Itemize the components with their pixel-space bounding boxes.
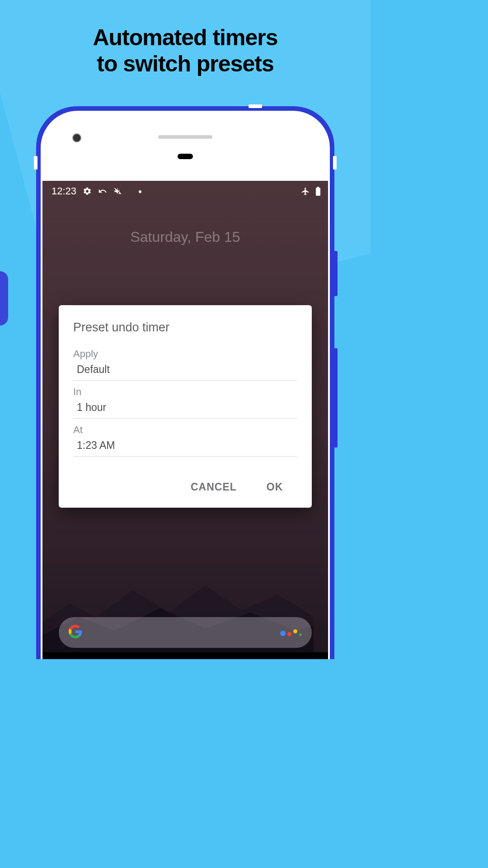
mute-icon [113, 187, 122, 196]
field-in-value[interactable]: 1 hour [73, 401, 297, 419]
gear-icon [83, 187, 92, 196]
status-bar: 12:23 [42, 181, 328, 197]
svg-rect-1 [317, 187, 319, 188]
field-at: At 1:23 AM [59, 419, 312, 457]
battery-icon [315, 187, 321, 196]
google-g-icon [69, 625, 82, 640]
phone-frame: 12:23 [36, 106, 334, 659]
dialog-actions: CANCEL OK [59, 457, 312, 504]
secondary-phone-hint [0, 271, 8, 326]
airplane-icon [301, 187, 310, 196]
phone-side-button-volume [334, 348, 338, 448]
status-time: 12:23 [52, 185, 76, 197]
phone-bezel: 12:23 [41, 111, 330, 659]
tagline-line-2: to switch presets [0, 51, 371, 77]
frame-notch [333, 156, 337, 170]
promo-tagline: Automated timers to switch presets [0, 0, 371, 77]
field-in-label: In [73, 386, 297, 401]
undo-icon [98, 187, 107, 196]
frame-notch [34, 156, 38, 170]
phone-side-button-power [334, 251, 338, 296]
field-in: In 1 hour [59, 381, 312, 419]
tagline-line-1: Automated timers [0, 25, 371, 51]
frame-notch [249, 104, 262, 108]
ok-button[interactable]: OK [252, 481, 297, 493]
navigation-bar [42, 652, 328, 659]
google-assistant-icon [280, 629, 302, 636]
dialog-title: Preset undo timer [59, 318, 312, 343]
device-screen: 12:23 [42, 181, 328, 659]
svg-rect-0 [316, 188, 320, 196]
google-search-bar[interactable] [59, 617, 312, 648]
dot-icon [139, 190, 141, 193]
home-date: Saturday, Feb 15 [42, 229, 328, 245]
cancel-button[interactable]: CANCEL [191, 481, 236, 493]
earpiece-speaker [158, 135, 212, 139]
field-at-value[interactable]: 1:23 AM [73, 439, 297, 457]
front-camera [72, 133, 81, 142]
status-bar-right [301, 187, 321, 196]
sensor-pill [178, 154, 193, 159]
field-apply-value[interactable]: Default [73, 363, 297, 381]
field-apply: Apply Default [59, 343, 312, 381]
preset-undo-timer-dialog: Preset undo timer Apply Default In 1 hou… [59, 305, 312, 508]
field-at-label: At [73, 424, 297, 439]
field-apply-label: Apply [73, 348, 297, 363]
status-bar-left: 12:23 [52, 185, 141, 197]
